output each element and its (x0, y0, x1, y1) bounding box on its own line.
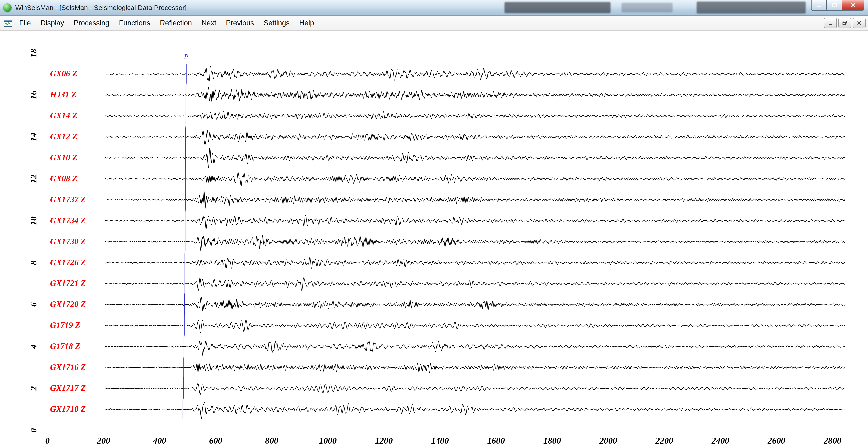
station-label-gx1721[interactable]: GX1721 Z (50, 278, 86, 288)
child-close-icon (856, 20, 862, 26)
menu-item-next[interactable]: Next (197, 15, 221, 30)
x-axis-tick-label: 1200 (375, 436, 393, 446)
child-window-icon (3, 19, 12, 28)
menu-bar: FileDisplayProcessingFunctionsReflection… (0, 15, 868, 31)
app-icon (3, 3, 11, 12)
close-icon (849, 2, 857, 9)
y-axis-tick-label: 2 (28, 386, 39, 390)
station-label-gx06[interactable]: GX06 Z (50, 69, 78, 78)
station-label-gx1730[interactable]: GX1730 Z (50, 237, 86, 246)
menu-item-help[interactable]: Help (294, 15, 319, 30)
menu-item-functions[interactable]: Functions (114, 15, 155, 30)
x-axis-tick-label: 2800 (824, 436, 841, 446)
y-axis-tick-label: 6 (28, 302, 39, 307)
x-axis-tick-label: 800 (265, 436, 278, 446)
menu-bar-items: FileDisplayProcessingFunctionsReflection… (14, 15, 319, 30)
y-axis-tick-label: 14 (28, 133, 39, 141)
maximize-icon (831, 2, 838, 9)
x-axis-tick-label: 2200 (656, 436, 673, 446)
station-label-g1719[interactable]: G1719 Z (50, 320, 80, 330)
menu-item-file[interactable]: File (14, 15, 36, 30)
child-close-button[interactable] (853, 18, 866, 28)
x-axis-tick-label: 200 (97, 436, 110, 446)
station-label-gx1726[interactable]: GX1726 Z (50, 258, 86, 267)
minimize-button[interactable] (811, 0, 827, 11)
y-axis-tick-label: 16 (28, 91, 39, 99)
title-bar[interactable]: WinSeisMan - [SeisMan - Seismological Da… (0, 0, 868, 15)
y-axis-tick-label: 4 (28, 344, 39, 349)
station-label-gx1720[interactable]: GX1720 Z (50, 299, 86, 309)
window-controls (811, 0, 864, 11)
x-axis-tick-label: 0 (45, 436, 50, 446)
x-axis-tick-label: 2000 (599, 436, 617, 446)
station-label-gx1710[interactable]: GX1710 Z (50, 404, 86, 414)
menu-item-reflection[interactable]: Reflection (155, 15, 196, 30)
y-axis-tick-label: 18 (28, 49, 39, 58)
x-axis-tick-label: 1400 (431, 436, 449, 446)
x-axis-tick-label: 1800 (543, 436, 561, 446)
background-window-ghost (622, 3, 673, 12)
background-window-ghost (696, 2, 806, 13)
menu-item-processing[interactable]: Processing (69, 15, 114, 30)
station-label-gx1716[interactable]: GX1716 Z (50, 363, 86, 372)
station-label-gx1734[interactable]: GX1734 Z (50, 216, 86, 225)
application-window: WinSeisMan - [SeisMan - Seismological Da… (0, 0, 868, 446)
p-pick-label: P (184, 53, 188, 61)
background-window-ghost (504, 2, 611, 13)
close-button[interactable] (842, 0, 864, 11)
child-restore-button[interactable] (838, 18, 851, 28)
x-axis-tick-label: 1600 (487, 436, 505, 446)
x-axis-tick-label: 2400 (712, 436, 729, 446)
station-label-gx1737[interactable]: GX1737 Z (50, 195, 86, 204)
child-window-controls (824, 18, 866, 28)
maximize-button[interactable] (827, 0, 842, 11)
y-axis-tick-label: 8 (28, 261, 39, 265)
y-axis-tick-label: 10 (28, 216, 39, 225)
plot-area: GX06 ZHJ31 ZGX14 ZGX12 ZGX10 ZGX08 ZGX17… (0, 31, 868, 446)
child-minimize-icon (827, 20, 833, 26)
station-label-gx1717[interactable]: GX1717 Z (50, 383, 86, 393)
y-axis-tick-label: 12 (28, 174, 39, 183)
plot-overlays: GX06 ZHJ31 ZGX14 ZGX12 ZGX10 ZGX08 ZGX17… (0, 31, 868, 446)
menu-item-settings[interactable]: Settings (259, 15, 294, 30)
station-label-gx12[interactable]: GX12 Z (50, 132, 78, 141)
child-minimize-button[interactable] (824, 18, 837, 28)
menu-item-display[interactable]: Display (36, 15, 69, 30)
minimize-icon (815, 2, 823, 9)
station-label-g1718[interactable]: G1718 Z (50, 341, 80, 351)
y-axis-tick-label: 0 (28, 428, 39, 433)
x-axis-tick-label: 1000 (319, 436, 337, 446)
x-axis-tick-label: 2600 (768, 436, 785, 446)
station-label-hj31[interactable]: HJ31 Z (50, 90, 76, 99)
x-axis-tick-label: 600 (209, 436, 222, 446)
window-title: WinSeisMan - [SeisMan - Seismological Da… (15, 4, 187, 11)
child-restore-icon (842, 20, 848, 26)
station-label-gx08[interactable]: GX08 Z (50, 174, 78, 183)
station-label-gx10[interactable]: GX10 Z (50, 153, 78, 162)
station-label-gx14[interactable]: GX14 Z (50, 111, 78, 121)
menu-item-previous[interactable]: Previous (221, 15, 259, 30)
x-axis-tick-label: 400 (153, 436, 166, 446)
